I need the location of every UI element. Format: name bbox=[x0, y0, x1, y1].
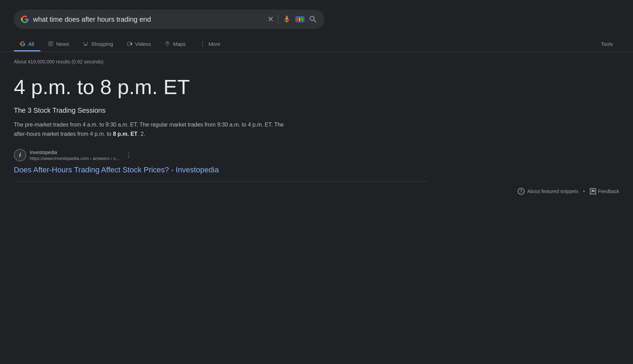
description-bold: 8 p.m. ET bbox=[113, 131, 137, 137]
about-snippets[interactable]: ? About featured snippets bbox=[518, 188, 578, 195]
news-tab-icon bbox=[48, 41, 53, 47]
tab-maps-label: Maps bbox=[173, 41, 186, 47]
videos-tab-icon bbox=[127, 41, 133, 47]
source-info: Investopedia https://www.investopedia.co… bbox=[30, 150, 119, 161]
description-text-before: The pre-market trades from 4 a.m. to 9:3… bbox=[14, 122, 284, 137]
tab-maps[interactable]: Maps bbox=[158, 38, 192, 51]
more-dots-icon: ⋮ bbox=[199, 40, 206, 48]
svg-point-12 bbox=[167, 42, 168, 43]
tab-news-label: News bbox=[56, 41, 69, 47]
more-vert-icon: ⋮ bbox=[126, 152, 132, 159]
svg-point-9 bbox=[86, 45, 87, 46]
source-row: i Investopedia https://www.investopedia.… bbox=[14, 149, 297, 161]
search-tabs: All News Shopping Videos Maps bbox=[0, 32, 633, 52]
tab-tools-label: Tools bbox=[601, 41, 613, 47]
clear-button[interactable]: ✕ bbox=[267, 15, 274, 24]
flag-icon bbox=[591, 189, 595, 194]
feedback-label: Feedback bbox=[598, 189, 619, 194]
bottom-bar: ? About featured snippets • Feedback bbox=[0, 182, 633, 201]
shopping-tab-icon bbox=[83, 41, 88, 47]
source-name: Investopedia bbox=[30, 150, 119, 155]
search-bar: ✕ bbox=[14, 10, 324, 29]
all-tab-icon bbox=[20, 41, 26, 47]
source-url: https://www.investopedia.com › answers ›… bbox=[30, 156, 119, 161]
tab-all[interactable]: All bbox=[14, 38, 40, 51]
tab-shopping[interactable]: Shopping bbox=[77, 38, 119, 51]
result-link[interactable]: Does After-Hours Trading Affect Stock Pr… bbox=[14, 165, 219, 174]
svg-rect-3 bbox=[301, 18, 303, 21]
camera-icon[interactable] bbox=[295, 15, 304, 24]
tab-videos-label: Videos bbox=[135, 41, 151, 47]
mic-icon[interactable] bbox=[282, 15, 291, 24]
source-logo: i bbox=[14, 149, 26, 161]
maps-tab-icon bbox=[165, 41, 170, 47]
svg-rect-2 bbox=[299, 18, 300, 21]
tab-more[interactable]: ⋮ More bbox=[193, 37, 226, 52]
google-g-icon bbox=[21, 15, 29, 23]
featured-snippet: 4 p.m. to 8 p.m. ET The 3 Stock Trading … bbox=[0, 64, 311, 174]
source-more-button[interactable]: ⋮ bbox=[126, 151, 132, 159]
featured-answer: 4 p.m. to 8 p.m. ET bbox=[14, 75, 297, 100]
tab-shopping-label: Shopping bbox=[91, 41, 113, 47]
search-input[interactable] bbox=[33, 16, 263, 23]
svg-point-8 bbox=[85, 45, 85, 46]
svg-rect-1 bbox=[296, 18, 298, 21]
feedback-link[interactable]: Feedback bbox=[590, 188, 619, 194]
about-snippets-label: About featured snippets bbox=[527, 189, 578, 194]
description-text-after: . 2. bbox=[137, 131, 145, 137]
featured-source-title: The 3 Stock Trading Sessions bbox=[14, 107, 297, 114]
featured-description: The pre-market trades from 4 a.m. to 9:3… bbox=[14, 120, 297, 139]
svg-rect-10 bbox=[127, 42, 130, 45]
search-submit-icon[interactable] bbox=[309, 15, 318, 24]
dot-separator: • bbox=[583, 189, 585, 194]
tab-tools[interactable]: Tools bbox=[595, 38, 619, 51]
svg-marker-11 bbox=[130, 42, 132, 45]
results-count: About 419,000,000 results (0.62 seconds) bbox=[0, 52, 633, 64]
divider bbox=[278, 14, 278, 24]
search-bar-container: ✕ bbox=[0, 0, 633, 29]
tab-videos[interactable]: Videos bbox=[121, 38, 157, 51]
tab-more-label: More bbox=[208, 41, 220, 47]
tab-news[interactable]: News bbox=[42, 38, 76, 51]
question-icon: ? bbox=[518, 188, 525, 195]
tab-all-label: All bbox=[28, 41, 34, 47]
feedback-icon bbox=[590, 188, 596, 194]
